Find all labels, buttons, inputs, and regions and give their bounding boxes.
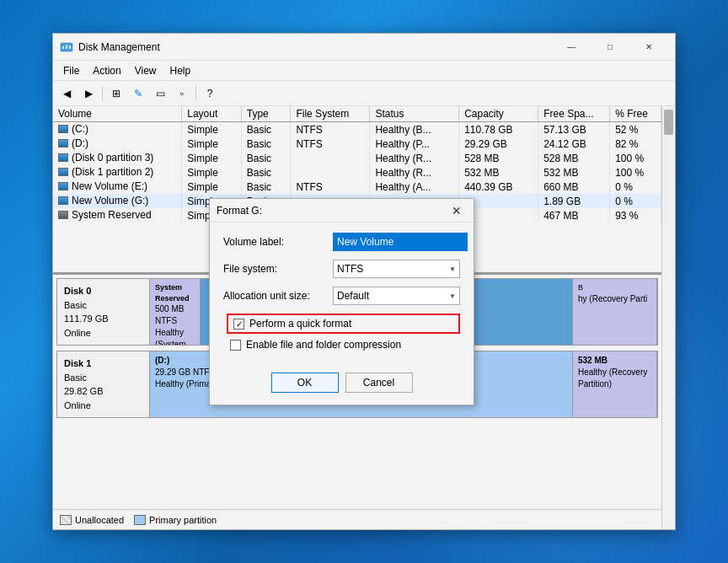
cancel-button[interactable]: Cancel — [345, 373, 413, 393]
cell-volume: New Volume (G:) — [53, 194, 182, 208]
compression-row: Enable file and folder compression — [230, 339, 460, 351]
volume-label-row: Volume label: — [223, 233, 460, 251]
compression-label: Enable file and folder compression — [246, 339, 401, 351]
cell-volume: (C:) — [53, 122, 182, 137]
file-system-arrow: ▼ — [449, 265, 456, 273]
forward-button[interactable]: ▶ — [78, 84, 99, 103]
allocation-arrow: ▼ — [449, 292, 456, 300]
dialog-body: Volume label: File system: NTFS ▼ Alloca… — [210, 223, 474, 366]
col-free: Free Spa... — [538, 106, 610, 122]
col-volume: Volume — [53, 106, 182, 122]
cell-volume: System Reserved — [53, 208, 182, 223]
maximize-button[interactable]: □ — [591, 34, 629, 61]
table-row[interactable]: (Disk 0 partition 3) Simple Basic Health… — [53, 151, 661, 165]
cell-volume: (Disk 0 partition 3) — [53, 151, 182, 165]
menu-bar: File Action View Help — [53, 61, 675, 81]
disk1-label: Disk 1 Basic 29.82 GB Online — [57, 351, 150, 417]
menu-file[interactable]: File — [56, 63, 86, 78]
disk0-label: Disk 0 Basic 111.79 GB Online — [57, 279, 150, 345]
toolbar-separator-2 — [195, 86, 196, 101]
col-type: Type — [241, 106, 291, 122]
window-title: Disk Management — [78, 41, 552, 53]
menu-view[interactable]: View — [128, 63, 163, 78]
quick-format-label: Perform a quick format — [249, 318, 351, 330]
back-button[interactable]: ◀ — [56, 84, 77, 103]
table-row[interactable]: (D:) Simple Basic NTFS Healthy (P... 29.… — [53, 137, 661, 151]
dialog-title-text: Format G: — [217, 205, 447, 217]
title-bar-buttons: — □ ✕ — [552, 34, 668, 61]
close-button[interactable]: ✕ — [629, 34, 668, 61]
help-toolbar-button[interactable]: ? — [200, 84, 220, 103]
col-layout: Layout — [182, 106, 241, 122]
window-icon — [60, 40, 73, 54]
svg-rect-3 — [69, 46, 71, 49]
disk0-recovery[interactable]: B hy (Recovery Parti — [573, 279, 657, 345]
file-system-row: File system: NTFS ▼ — [223, 260, 460, 278]
compression-checkbox[interactable] — [230, 340, 241, 351]
toolbar: ◀ ▶ ⊞ ✎ ▭ ▫ ? — [53, 81, 675, 106]
file-system-select[interactable]: NTFS ▼ — [333, 260, 460, 278]
col-fs: File System — [291, 106, 370, 122]
volume-label-input[interactable] — [333, 233, 468, 251]
dialog-title-bar: Format G: ✕ — [210, 199, 474, 223]
ok-button[interactable]: OK — [271, 373, 339, 393]
legend-primary: Primary partition — [134, 515, 217, 525]
legend-primary-icon — [134, 515, 146, 525]
svg-rect-1 — [62, 46, 64, 49]
scrollbar-thumb[interactable] — [664, 110, 673, 135]
legend-unallocated: Unallocated — [60, 515, 124, 525]
table-row[interactable]: New Volume (E:) Simple Basic NTFS Health… — [53, 180, 661, 194]
col-pct: % Free — [610, 106, 661, 122]
disk-management-window: Disk Management — □ ✕ File Action View H… — [52, 33, 676, 530]
menu-action[interactable]: Action — [86, 63, 127, 78]
table-row[interactable]: (Disk 1 partition 2) Simple Basic Health… — [53, 165, 661, 180]
disk0-system-reserved[interactable]: System Reserved 500 MB NTFS Healthy (Sys… — [150, 279, 201, 345]
disk1-recovery[interactable]: 532 MB Healthy (Recovery Partition) — [573, 351, 657, 417]
table-row[interactable]: (C:) Simple Basic NTFS Healthy (B... 110… — [53, 122, 661, 137]
toolbar-separator-1 — [102, 86, 103, 101]
title-bar: Disk Management — □ ✕ — [53, 34, 675, 61]
svg-rect-2 — [66, 45, 67, 49]
dialog-footer: OK Cancel — [210, 366, 474, 405]
refresh-button[interactable]: ▫ — [172, 84, 192, 103]
legend: Unallocated Primary partition — [53, 509, 661, 529]
cell-volume: New Volume (E:) — [53, 180, 182, 194]
cell-volume: (D:) — [53, 137, 182, 151]
file-system-label: File system: — [223, 263, 333, 275]
dialog-close-button[interactable]: ✕ — [447, 201, 467, 221]
col-capacity: Capacity — [459, 106, 538, 122]
allocation-row: Allocation unit size: Default ▼ — [223, 287, 460, 305]
quick-format-checkbox[interactable] — [233, 319, 244, 330]
allocation-label: Allocation unit size: — [223, 290, 333, 302]
menu-help[interactable]: Help — [163, 63, 198, 78]
format-dialog: Format G: ✕ Volume label: File system: N… — [209, 198, 474, 405]
view-button[interactable]: ▭ — [150, 84, 170, 103]
volume-label-label: Volume label: — [223, 236, 333, 248]
col-status: Status — [370, 106, 459, 122]
quick-format-row: Perform a quick format — [227, 314, 460, 334]
vertical-scrollbar[interactable] — [661, 106, 675, 529]
grid-button[interactable]: ⊞ — [106, 84, 126, 103]
minimize-button[interactable]: — — [552, 34, 591, 61]
edit-button[interactable]: ✎ — [128, 84, 148, 103]
allocation-select[interactable]: Default ▼ — [333, 287, 460, 305]
cell-volume: (Disk 1 partition 2) — [53, 165, 182, 180]
legend-unallocated-icon — [60, 515, 72, 525]
